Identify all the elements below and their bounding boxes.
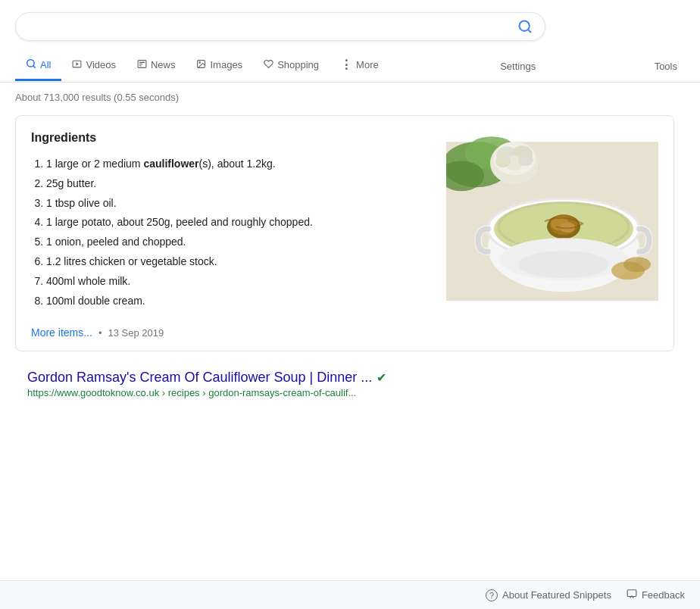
svg-point-34 [518, 251, 609, 278]
about-snippets-link[interactable]: ? About Featured Snippets [486, 589, 611, 601]
featured-snippet-card: Ingredients 1 large or 2 medium cauliflo… [15, 115, 674, 351]
list-item: 1 large or 2 medium cauliflower(s), abou… [46, 155, 431, 173]
ingredients-list: 1 large or 2 medium cauliflower(s), abou… [31, 155, 431, 310]
list-item: 1 tbsp olive oil. [46, 195, 431, 213]
search-bar: cauliflower soup gordon ramsay [15, 12, 545, 41]
news-icon [137, 59, 147, 71]
list-item: 400ml whole milk. [46, 273, 431, 291]
tab-shopping-label: Shopping [277, 59, 319, 70]
tab-news[interactable]: News [127, 52, 186, 81]
tools-link[interactable]: Tools [647, 53, 685, 80]
list-item: 100ml double cream. [46, 292, 431, 311]
soup-image [446, 131, 658, 311]
about-icon: ? [486, 589, 498, 601]
result-title-text: Gordon Ramsay's Cream Of Cauliflower Sou… [27, 370, 372, 386]
verified-badge: ✔ [377, 370, 386, 385]
list-item: 1 large potato, about 250g, peeled and r… [46, 214, 431, 232]
result-title-link[interactable]: Gordon Ramsay's Cream Of Cauliflower Sou… [27, 370, 685, 386]
tab-videos[interactable]: Videos [61, 52, 127, 81]
svg-point-22 [518, 154, 533, 166]
list-item: 1.2 litres chicken or vegetable stock. [46, 253, 431, 271]
feedback-icon [627, 589, 637, 601]
svg-point-36 [623, 257, 651, 272]
snippet-content: Ingredients 1 large or 2 medium cauliflo… [16, 116, 673, 323]
tab-more-label: More [356, 59, 379, 70]
search-input[interactable]: cauliflower soup gordon ramsay [28, 20, 517, 33]
settings-link[interactable]: Settings [492, 53, 543, 80]
svg-marker-5 [77, 62, 79, 65]
snippet-date: 13 Sep 2019 [108, 327, 164, 339]
svg-point-21 [495, 155, 511, 167]
result-url[interactable]: https://www.goodtoknow.co.uk › recipes ›… [27, 387, 685, 398]
bottom-bar: ? About Featured Snippets Feedback [0, 580, 700, 609]
tab-all-label: All [40, 59, 51, 70]
images-icon [196, 59, 206, 71]
tab-images-label: Images [210, 59, 242, 70]
more-items-link[interactable]: More items... [31, 326, 92, 339]
svg-point-11 [199, 61, 201, 63]
all-icon [26, 58, 36, 71]
list-item: 1 onion, peeled and chopped. [46, 233, 431, 251]
results-info: About 713,000 results (0.55 seconds) [0, 83, 700, 112]
feedback-label: Feedback [642, 589, 685, 601]
snippet-text: Ingredients 1 large or 2 medium cauliflo… [31, 131, 431, 311]
snippet-footer: More items... • 13 Sep 2019 [16, 323, 673, 351]
search-bar-area: cauliflower soup gordon ramsay [0, 0, 700, 41]
more-icon: ⋮ [340, 58, 352, 72]
tab-all[interactable]: All [15, 51, 61, 81]
snippet-image-area [446, 131, 658, 311]
tab-videos-label: Videos [86, 59, 116, 70]
result-link-area: Gordon Ramsay's Cream Of Cauliflower Sou… [0, 364, 700, 414]
nav-tabs: All Videos News I [0, 44, 700, 83]
svg-line-3 [33, 66, 36, 68]
tab-images[interactable]: Images [186, 52, 253, 81]
snippet-title: Ingredients [31, 131, 431, 145]
tab-shopping[interactable]: Shopping [253, 52, 330, 81]
svg-line-1 [528, 30, 531, 33]
tab-news-label: News [151, 59, 176, 70]
shopping-icon [264, 59, 273, 71]
list-item: 25g butter. [46, 175, 431, 193]
search-button[interactable] [517, 19, 533, 34]
tab-more[interactable]: ⋮ More [330, 50, 389, 82]
about-snippets-label: About Featured Snippets [502, 589, 611, 601]
feedback-link[interactable]: Feedback [627, 589, 685, 601]
videos-icon [72, 59, 82, 71]
footer-dot: • [98, 327, 102, 339]
